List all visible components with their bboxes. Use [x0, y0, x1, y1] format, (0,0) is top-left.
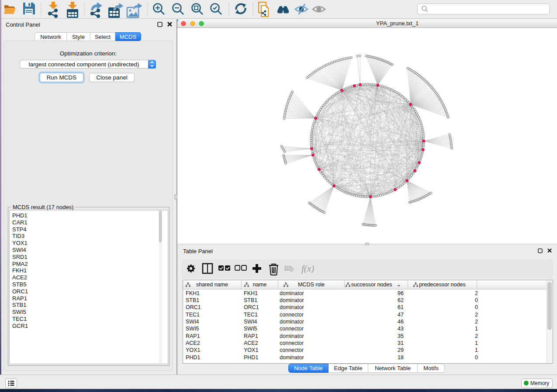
svg-text:f(x): f(x)	[301, 263, 314, 274]
